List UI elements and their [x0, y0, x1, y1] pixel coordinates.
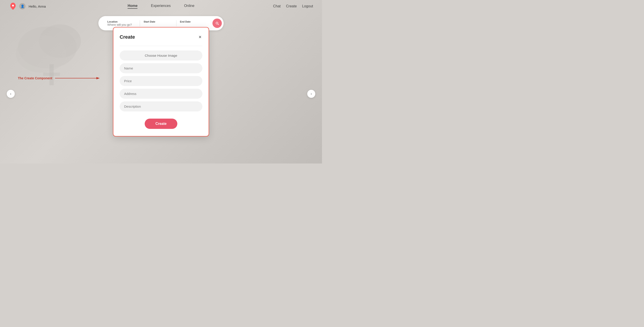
- modal-divider: [120, 46, 202, 46]
- create-submit-button[interactable]: Create: [145, 119, 177, 129]
- price-input[interactable]: [120, 76, 202, 86]
- address-input[interactable]: [120, 89, 202, 99]
- modal-header: Create ×: [120, 34, 202, 40]
- choose-image-button[interactable]: Choose House Image: [120, 50, 202, 60]
- description-input[interactable]: [120, 101, 202, 111]
- modal-title: Create: [120, 34, 135, 40]
- name-input[interactable]: [120, 63, 202, 73]
- modal-overlay: Create × Choose House Image Create: [0, 0, 322, 163]
- modal-close-button[interactable]: ×: [198, 34, 202, 40]
- create-modal: Create × Choose House Image Create: [113, 27, 209, 136]
